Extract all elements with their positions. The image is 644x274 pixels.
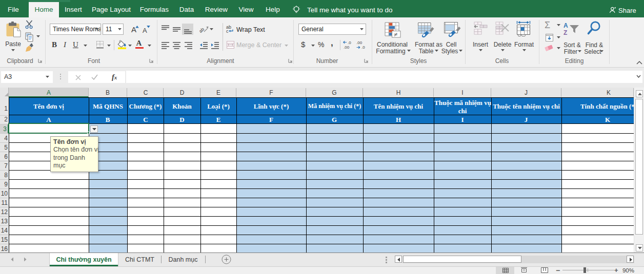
svg-text:≠: ≠ [394,31,397,38]
svg-text:Z: Z [564,29,567,36]
svg-text:A: A [564,22,568,29]
svg-text:.0: .0 [361,45,365,50]
svg-text:.00: .00 [356,40,363,45]
svg-text:.0: .0 [348,40,351,45]
svg-text:.00: .00 [344,45,350,50]
svg-text:c: c [226,29,229,33]
svg-text:ab: ab [199,27,205,34]
